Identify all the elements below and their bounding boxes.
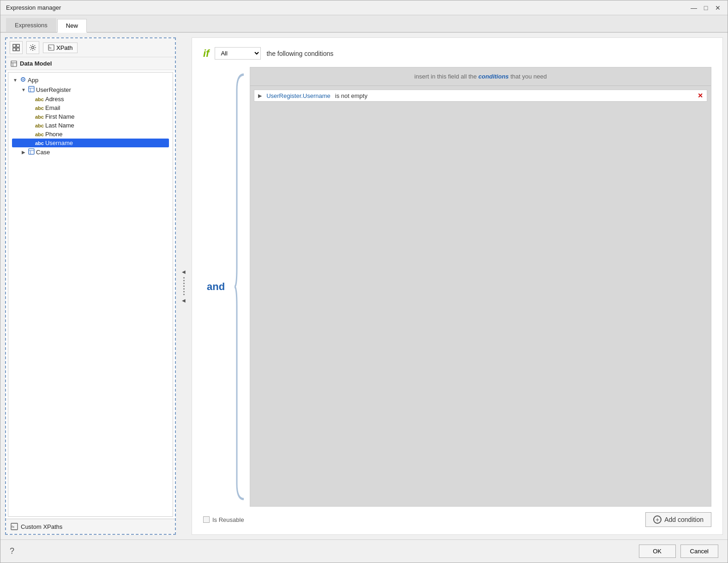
tree-label-case: Case [36,149,50,156]
xpath-icon: fx [48,44,54,51]
svg-point-12 [23,79,24,80]
svg-rect-0 [13,44,16,47]
is-reusable-checkbox[interactable] [203,516,210,523]
tree-item-lastname[interactable]: abc Last Name [12,121,169,130]
tab-bar: Expressions New [0,15,728,33]
tree-area[interactable]: ▼ App ▼ [8,72,173,517]
tree-label-userregister: UserRegister [36,86,71,93]
tree-label-app: App [28,77,38,84]
if-row: if All Any None the following conditions [203,47,711,60]
conditions-box: insert in this field all the conditions … [250,67,711,507]
gear-icon [29,44,36,51]
tab-new[interactable]: New [57,19,87,33]
title-bar: Expression manager — □ ✕ [0,0,728,15]
svg-rect-16 [29,149,34,154]
tree-item-email[interactable]: abc Email [12,103,169,112]
brace-svg [232,67,246,507]
right-panel: if All Any None the following conditions… [192,37,723,535]
window-title: Expression manager [6,4,690,11]
condition-delete-button[interactable]: ✕ [698,92,703,99]
close-button[interactable]: ✕ [714,4,722,12]
settings-icon-button[interactable] [26,41,39,54]
svg-rect-13 [29,86,34,92]
svg-rect-7 [11,61,17,67]
table-icon-userregister [28,86,35,94]
tree-label-username: Username [45,139,73,146]
left-panel: fx XPath Data Model [5,37,176,535]
svg-rect-1 [17,44,19,47]
xpath-button[interactable]: fx XPath [43,42,78,53]
tree-label-adress: Adress [45,96,64,103]
if-keyword: if [203,48,209,60]
custom-xpaths-icon: fx [11,523,18,530]
title-bar-controls: — □ ✕ [690,4,722,12]
data-model-header: Data Model [6,57,175,70]
tree-label-phone: Phone [45,131,63,138]
main-window: Expression manager — □ ✕ Expressions New [0,0,728,563]
if-suffix-text: the following conditions [266,50,333,57]
svg-text:fx: fx [12,525,14,529]
svg-rect-2 [13,48,16,51]
bottom-row: Is Reusable + Add condition [203,512,711,527]
folder-icon-app [20,76,26,84]
is-reusable-section: Is Reusable [203,516,244,523]
footer: ? OK Cancel [0,539,728,563]
help-icon[interactable]: ? [10,546,14,556]
add-condition-icon: + [653,515,662,524]
condition-expand-arrow[interactable]: ▶ [258,93,262,99]
svg-rect-3 [17,48,19,51]
expand-icon-app: ▼ [12,78,18,83]
data-model-section: Data Model ▼ A [6,57,175,519]
tree-item-app[interactable]: ▼ App [12,75,169,85]
splitter-arrow-right: ◀ [182,298,186,303]
tree-item-case[interactable]: ▶ Case [12,147,169,157]
panel-splitter[interactable]: ◀ ◀ [180,37,187,535]
tree-item-adress[interactable]: abc Adress [12,95,169,103]
footer-buttons: OK Cancel [639,545,718,558]
expand-icon-case: ▶ [20,150,27,155]
tree-label-firstname: First Name [45,113,75,120]
minimize-button[interactable]: — [690,4,698,12]
tree-label-email: Email [45,104,60,111]
svg-point-4 [32,47,34,49]
grid-icon [12,44,20,51]
if-condition-select[interactable]: All Any None [215,47,261,60]
table-icon-case [28,148,35,156]
tab-expressions[interactable]: Expressions [6,18,56,32]
ok-button[interactable]: OK [639,545,676,558]
splitter-arrow-left: ◀ [182,269,186,274]
expand-icon-userregister: ▼ [20,87,27,92]
custom-xpaths-label: Custom XPaths [21,523,62,530]
is-reusable-label: Is Reusable [212,516,244,523]
and-label: and [205,281,229,293]
tree-item-username[interactable]: abc Username [12,139,169,147]
main-content: fx XPath Data Model [0,33,728,539]
conditions-hint: insert in this field all the conditions … [250,67,711,86]
maximize-button[interactable]: □ [702,4,710,12]
custom-xpaths-section: fx Custom XPaths [6,519,175,534]
cancel-button[interactable]: Cancel [680,545,718,558]
condition-operator: is not empty [335,92,367,99]
condition-row: ▶ UserRegister.Username is not empty ✕ [254,90,707,102]
tree-item-userregister[interactable]: ▼ UserRegister [12,85,169,95]
grid-icon-button[interactable] [10,41,23,54]
data-model-label: Data Model [20,60,52,67]
data-model-icon [11,61,17,67]
tree-item-firstname[interactable]: abc First Name [12,112,169,121]
svg-text:fx: fx [49,46,52,49]
add-condition-button[interactable]: + Add condition [645,512,711,527]
left-toolbar: fx XPath [6,38,175,57]
add-condition-label: Add condition [664,516,704,523]
condition-field: UserRegister.Username [266,92,331,99]
splitter-dots [183,277,185,295]
tree-item-phone[interactable]: abc Phone [12,130,169,139]
tree-label-lastname: Last Name [45,122,74,129]
